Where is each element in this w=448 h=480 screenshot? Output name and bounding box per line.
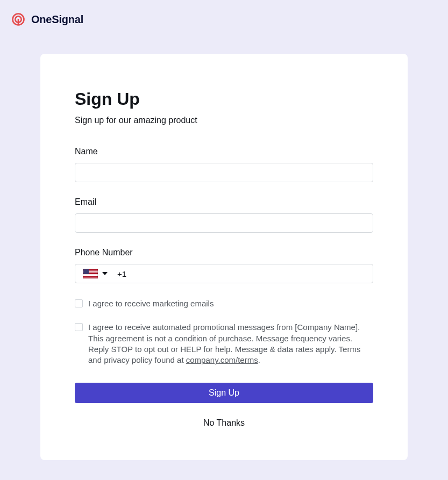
- sms-consent-text-after: .: [258, 355, 260, 364]
- terms-link[interactable]: company.com/terms: [186, 355, 258, 364]
- email-field-group: Email: [75, 197, 373, 233]
- name-label: Name: [75, 147, 373, 156]
- sms-consent-row: I agree to receive automated promotional…: [75, 322, 373, 366]
- phone-input-wrapper: [75, 264, 373, 283]
- phone-input[interactable]: [113, 264, 373, 283]
- signup-button[interactable]: Sign Up: [75, 383, 373, 403]
- phone-label: Phone Number: [75, 248, 373, 257]
- marketing-consent-row: I agree to receive marketing emails: [75, 298, 373, 309]
- page-header: OneSignal: [0, 0, 448, 39]
- country-selector-button[interactable]: [75, 264, 113, 283]
- us-flag-icon: [83, 269, 98, 278]
- marketing-consent-label: I agree to receive marketing emails: [88, 298, 214, 309]
- page-subtitle: Sign up for our amazing product: [75, 116, 373, 125]
- sms-consent-label: I agree to receive automated promotional…: [88, 322, 373, 366]
- no-thanks-button[interactable]: No Thanks: [75, 418, 373, 428]
- onesignal-logo-icon: [11, 12, 26, 27]
- marketing-consent-checkbox[interactable]: [75, 299, 83, 307]
- name-field-group: Name: [75, 147, 373, 182]
- chevron-down-icon: [102, 272, 108, 275]
- page-title: Sign Up: [75, 89, 373, 109]
- signup-card: Sign Up Sign up for our amazing product …: [40, 54, 408, 460]
- email-label: Email: [75, 197, 373, 207]
- svg-rect-2: [18, 19, 19, 25]
- email-input[interactable]: [75, 213, 373, 233]
- brand-name: OneSignal: [31, 13, 83, 26]
- phone-field-group: Phone Number: [75, 248, 373, 283]
- sms-consent-checkbox[interactable]: [75, 323, 83, 331]
- name-input[interactable]: [75, 163, 373, 182]
